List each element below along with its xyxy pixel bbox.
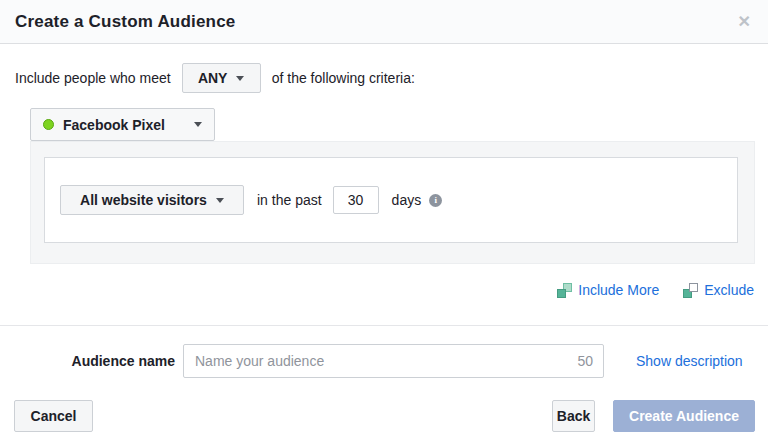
section-divider (0, 325, 768, 326)
audience-name-input[interactable] (183, 344, 604, 378)
back-button[interactable]: Back (552, 400, 595, 432)
include-more-icon (557, 283, 572, 298)
info-icon[interactable]: i (429, 194, 442, 207)
dialog-title: Create a Custom Audience (0, 12, 236, 32)
pixel-rule-panel: All website visitors in the past days i (30, 141, 755, 264)
match-rule-suffix: of the following criteria: (272, 70, 415, 86)
cancel-button[interactable]: Cancel (14, 400, 93, 432)
match-type-value: ANY (198, 70, 228, 86)
pixel-status-icon (43, 119, 54, 130)
pixel-source-dropdown[interactable]: Facebook Pixel (30, 108, 215, 141)
chevron-down-icon (236, 76, 244, 81)
close-icon[interactable]: ✕ (734, 0, 755, 43)
exclude-icon (683, 283, 698, 298)
exclude-label: Exclude (704, 282, 754, 298)
audience-name-label: Audience name (0, 353, 175, 369)
criteria-actions-row: Include More Exclude (557, 282, 754, 298)
visitor-type-dropdown[interactable]: All website visitors (60, 185, 244, 215)
visitor-type-value: All website visitors (80, 192, 207, 208)
pixel-source-label: Facebook Pixel (63, 117, 165, 133)
chevron-down-icon (194, 122, 202, 127)
match-rule-row: Include people who meet ANY of the follo… (15, 63, 415, 93)
include-more-label: Include More (578, 282, 659, 298)
rule-box: All website visitors in the past days i (44, 157, 738, 243)
match-rule-prefix: Include people who meet (15, 70, 171, 86)
create-audience-button[interactable]: Create Audience (613, 400, 755, 432)
include-more-link[interactable]: Include More (557, 282, 659, 298)
match-type-dropdown[interactable]: ANY (182, 63, 261, 93)
show-description-link[interactable]: Show description (636, 353, 743, 369)
chevron-down-icon (216, 198, 224, 203)
days-input[interactable] (333, 186, 379, 214)
rule-middle-text: in the past (257, 192, 322, 208)
char-count: 50 (577, 344, 593, 378)
days-label: days (392, 192, 422, 208)
exclude-link[interactable]: Exclude (683, 282, 754, 298)
dialog-header: Create a Custom Audience (0, 0, 768, 44)
audience-name-field-wrap: 50 (183, 344, 604, 378)
